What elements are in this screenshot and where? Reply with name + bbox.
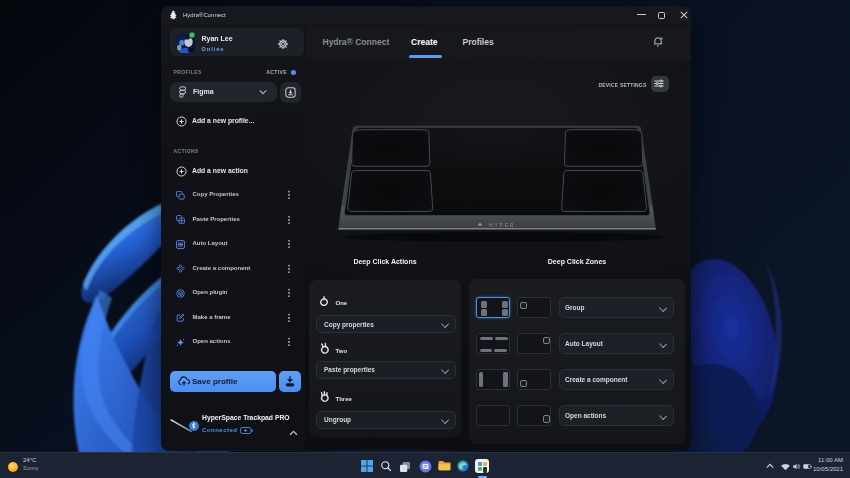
svg-text:HYPER: HYPER xyxy=(489,221,515,227)
